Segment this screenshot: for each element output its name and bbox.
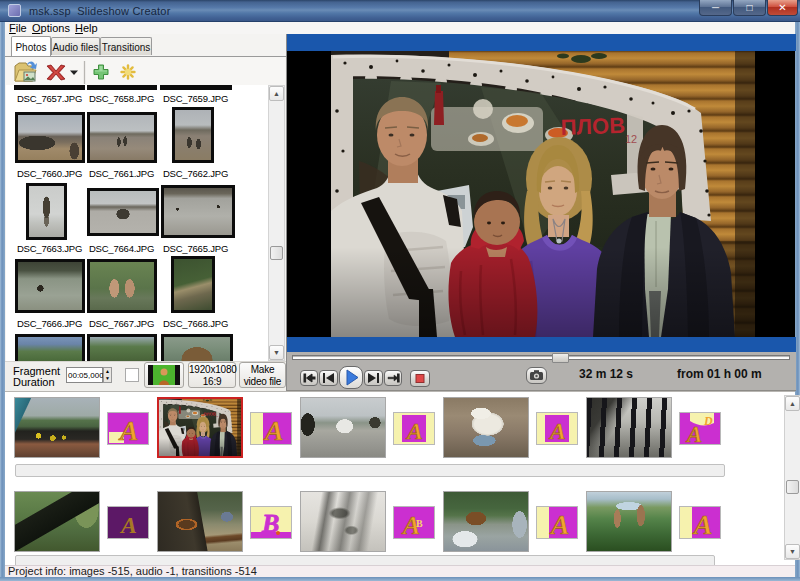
svg-text:A: A <box>548 418 566 444</box>
svg-text:A: A <box>692 509 713 538</box>
svg-text:A: A <box>263 415 284 444</box>
svg-text:A: A <box>118 415 139 444</box>
svg-text:A: A <box>405 418 423 444</box>
svg-text:ПЛОВ: ПЛОВ <box>203 411 216 417</box>
svg-text:12: 12 <box>625 133 637 145</box>
svg-text:A: A <box>549 509 570 538</box>
svg-text:A: A <box>119 512 137 538</box>
svg-text:D: D <box>703 414 713 428</box>
svg-text:ПЛОВ: ПЛОВ <box>560 113 625 140</box>
svg-text:A: A <box>685 422 702 444</box>
svg-text:B: B <box>416 518 423 529</box>
